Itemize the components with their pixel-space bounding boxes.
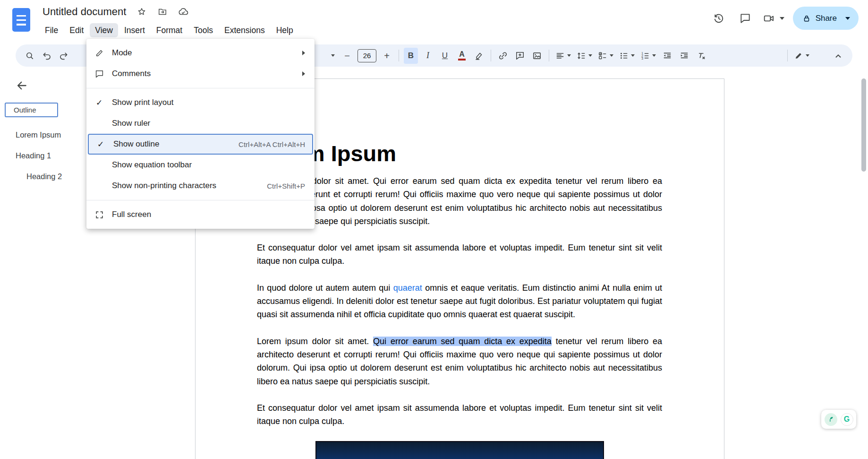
paragraphs: Lorem ipsum dolor sit amet. Qui error ea… <box>257 174 662 428</box>
vertical-scrollbar[interactable] <box>861 78 866 172</box>
view-menu-list: ModeComments✓Show print layoutShow ruler… <box>86 43 315 225</box>
undo-icon[interactable] <box>40 48 54 64</box>
menu-separator <box>86 88 315 88</box>
view-menu-item-show-outline[interactable]: ✓Show outlineCtrl+Alt+A Ctrl+Alt+H <box>88 134 313 155</box>
menu-file[interactable]: File <box>40 23 63 37</box>
clear-formatting-icon[interactable] <box>694 48 708 64</box>
comments-icon[interactable] <box>734 8 756 29</box>
svg-text:3: 3 <box>641 57 643 60</box>
version-history-icon[interactable] <box>708 8 730 29</box>
text-run: Lorem ipsum dolor sit amet. Qui error ea… <box>257 176 662 226</box>
menu-tools[interactable]: Tools <box>188 23 218 37</box>
paragraph[interactable]: Lorem ipsum dolor sit amet. Qui error ea… <box>257 174 662 228</box>
numbered-list-button[interactable]: 123 <box>639 48 657 64</box>
cloud-status-icon[interactable] <box>178 7 188 17</box>
docs-logo-icon[interactable] <box>12 8 30 32</box>
view-menu-item-mode[interactable]: Mode <box>86 43 315 63</box>
menu-edit[interactable]: Edit <box>64 23 89 37</box>
italic-button[interactable]: I <box>421 48 435 64</box>
underline-button[interactable]: U <box>438 48 452 64</box>
outline-tab[interactable]: Outline <box>5 103 58 117</box>
text-link[interactable]: quaerat <box>393 283 422 293</box>
toolbar-divider <box>491 50 491 61</box>
menu-item-label: Show outline <box>113 139 233 149</box>
document-title-input[interactable]: Untitled document <box>43 6 126 18</box>
paragraph[interactable]: Et consequatur dolor vel amet ipsam sit … <box>257 241 662 268</box>
highlight-color-icon[interactable] <box>472 48 486 64</box>
topbar-right: Share <box>708 7 859 30</box>
view-menu-item-comments[interactable]: Comments <box>86 63 315 84</box>
menu-extensions[interactable]: Extensions <box>219 23 270 37</box>
menu-item-label: Show equation toolbar <box>112 160 305 170</box>
star-icon[interactable] <box>136 7 147 17</box>
bulleted-list-button[interactable] <box>618 48 636 64</box>
view-menu-item-show-non-printing-characters[interactable]: Show non-printing charactersCtrl+Shift+P <box>86 175 315 196</box>
title-icons <box>136 7 188 17</box>
redo-icon[interactable] <box>57 48 71 64</box>
move-folder-icon[interactable] <box>157 7 168 17</box>
share-label: Share <box>816 14 837 23</box>
font-family-chevron-icon[interactable] <box>329 48 337 64</box>
line-spacing-button[interactable] <box>575 48 594 64</box>
increase-indent-icon[interactable] <box>677 48 691 64</box>
text-run: Et consequatur dolor vel amet ipsam sit … <box>257 243 662 266</box>
text-run: Lorem ipsum dolor sit amet. <box>257 337 373 346</box>
menu-format[interactable]: Format <box>151 23 187 37</box>
bold-button[interactable]: B <box>404 48 418 64</box>
menu-help[interactable]: Help <box>271 23 298 37</box>
add-comment-icon[interactable] <box>513 48 527 64</box>
menu-view[interactable]: View <box>90 23 118 37</box>
comment-icon <box>86 69 112 78</box>
menu-item-label: Full screen <box>112 210 305 219</box>
menu-item-label: Show non-printing characters <box>112 181 261 191</box>
text-run: Et consequatur dolor vel amet ipsam sit … <box>257 403 662 426</box>
google-docs-app: Untitled document FileEditViewInsertForm… <box>0 0 868 459</box>
insert-image-icon[interactable] <box>530 48 544 64</box>
menu-item-label: Comments <box>112 69 302 78</box>
search-menus-icon[interactable] <box>23 48 37 64</box>
text-run: In quod dolore ut autem autem qui <box>257 283 393 293</box>
increase-font-size-button[interactable]: + <box>380 48 394 64</box>
grammarly-widget[interactable]: G <box>821 410 856 429</box>
share-button[interactable]: Share <box>793 7 859 30</box>
paragraph[interactable]: In quod dolore ut autem autem qui quaera… <box>257 281 662 321</box>
video-camera-icon <box>761 8 777 29</box>
checkmark-icon: ✓ <box>88 139 113 149</box>
meet-button[interactable] <box>761 8 784 29</box>
decrease-font-size-button[interactable]: − <box>340 48 354 64</box>
meet-chevron-down-icon[interactable] <box>780 17 784 20</box>
insert-link-icon[interactable] <box>496 48 510 64</box>
toolbar-divider <box>399 50 399 61</box>
menu-shortcut: Ctrl+Alt+A Ctrl+Alt+H <box>238 140 305 148</box>
title-row: Untitled document <box>43 6 188 18</box>
grammarly-g-icon[interactable]: G <box>841 413 853 426</box>
menu-insert[interactable]: Insert <box>119 23 150 37</box>
checklist-button[interactable] <box>596 48 615 64</box>
hide-menus-chevron-up-icon[interactable] <box>831 48 845 64</box>
paragraph[interactable]: Lorem ipsum dolor sit amet. Qui error ea… <box>257 335 662 388</box>
view-menu-item-show-print-layout[interactable]: ✓Show print layout <box>86 92 315 113</box>
font-size-input[interactable]: 26 <box>357 49 376 62</box>
text-color-button[interactable]: A <box>455 48 469 64</box>
checkmark-icon: ✓ <box>86 98 112 108</box>
view-menu-item-show-ruler[interactable]: Show ruler <box>86 113 315 134</box>
align-button[interactable] <box>554 48 572 64</box>
toolbar-divider <box>787 50 788 61</box>
fullscreen-icon <box>86 210 112 219</box>
editing-mode-button[interactable] <box>792 48 811 64</box>
embedded-image[interactable] <box>315 441 604 459</box>
view-menu-item-full-screen[interactable]: Full screen <box>86 204 315 225</box>
grammarly-plant-icon[interactable] <box>825 413 837 426</box>
menu-item-label: Show ruler <box>112 119 305 128</box>
document-heading[interactable]: Lorem Ipsum <box>257 140 662 167</box>
paragraph[interactable]: Et consequatur dolor vel amet ipsam sit … <box>257 401 662 428</box>
lock-icon <box>802 14 811 23</box>
close-outline-back-icon[interactable] <box>16 79 29 93</box>
menu-separator <box>86 200 315 200</box>
view-menu-item-show-equation-toolbar[interactable]: Show equation toolbar <box>86 155 315 175</box>
docs-logo-lines <box>17 15 26 26</box>
menu-item-label: Mode <box>112 48 302 58</box>
share-chevron-down-icon[interactable] <box>845 17 850 20</box>
topbar: Untitled document FileEditViewInsertForm… <box>0 0 868 42</box>
decrease-indent-icon[interactable] <box>660 48 674 64</box>
